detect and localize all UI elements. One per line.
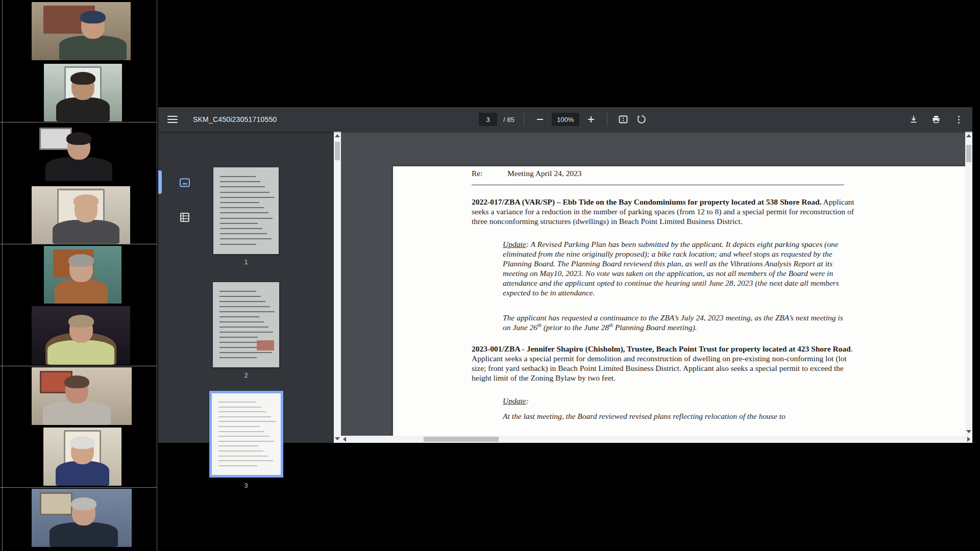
filmstrip-divider	[0, 122, 157, 122]
page-thumbnail-1[interactable]: 1	[158, 167, 334, 266]
document-title: SKM_C450i23051710550	[193, 115, 277, 123]
document-italic: The applicant has requested a continuanc…	[503, 313, 849, 332]
meeting-screen: SKM_C450i23051710550 / 85	[0, 0, 980, 551]
toolbar-separator	[524, 113, 524, 126]
download-icon	[909, 115, 918, 124]
person-silhouette	[71, 497, 96, 510]
participant-video-4[interactable]	[32, 186, 130, 244]
sidebar-scrollbar-thumb[interactable]	[335, 142, 340, 160]
participant-strip	[0, 0, 157, 551]
participant-video-9[interactable]	[32, 489, 132, 547]
toolbar-right	[907, 107, 965, 132]
person-silhouette	[47, 340, 114, 365]
person-silhouette	[43, 401, 111, 425]
thumbnail-sidebar: 123	[158, 132, 334, 443]
zoom-level-input[interactable]	[552, 113, 579, 126]
rotate-button[interactable]	[635, 113, 648, 126]
fit-page-button[interactable]	[617, 113, 630, 126]
thumbnail-page-number: 1	[158, 259, 334, 266]
document-entry: 2022-017/ZBA (VAR/SP) – Ebb Tide on the …	[472, 197, 863, 226]
person-silhouette	[74, 194, 99, 207]
document-update: Update:	[503, 396, 849, 406]
person-silhouette	[64, 375, 89, 388]
participant-video-6[interactable]	[32, 306, 130, 365]
zoom-in-button[interactable]	[584, 113, 598, 126]
participant-video-2[interactable]	[44, 64, 122, 121]
page-thumbnail-3[interactable]: 3	[158, 391, 334, 489]
document-re: Re:Meeting April 24, 2023	[472, 168, 863, 178]
filmstrip-divider	[0, 487, 157, 488]
page-total: / 85	[503, 116, 514, 123]
sidebar-scrollbar[interactable]	[334, 132, 341, 443]
participant-video-8[interactable]	[43, 428, 121, 486]
person-silhouette	[53, 220, 119, 244]
fit-page-icon	[618, 114, 628, 124]
frame-backdrop	[40, 492, 73, 515]
toolbar-separator	[607, 113, 607, 126]
person-silhouette	[68, 315, 94, 328]
person-silhouette	[45, 157, 112, 181]
minus-icon	[537, 119, 543, 120]
page-thumbnail-2[interactable]: 2	[158, 282, 334, 379]
document-italic: At the last meeting, the Board reviewed …	[503, 411, 849, 421]
person-silhouette	[68, 254, 93, 267]
document-update: Update: A Revised Parking Plan has been …	[503, 239, 849, 297]
participant-video-3[interactable]	[32, 124, 130, 181]
filmstrip-divider	[0, 244, 157, 244]
pdf-page: Re:Meeting April 24, 20232022-017/ZBA (V…	[393, 166, 965, 436]
pdf-toolbar: SKM_C450i23051710550 / 85	[158, 107, 972, 132]
horizontal-scrollbar-thumb[interactable]	[424, 437, 499, 442]
document-area: Re:Meeting April 24, 20232022-017/ZBA (V…	[341, 132, 965, 436]
filmstrip-divider	[0, 366, 157, 366]
thumbnail-page-number: 2	[158, 372, 334, 379]
pdf-viewer: SKM_C450i23051710550 / 85	[158, 107, 972, 443]
person-silhouette	[56, 461, 109, 486]
download-button[interactable]	[907, 113, 920, 126]
zoom-out-button[interactable]	[533, 113, 547, 126]
more-options-button[interactable]	[952, 113, 965, 126]
vertical-scrollbar-thumb[interactable]	[966, 145, 971, 162]
filmstrip-border-left	[2, 0, 3, 551]
page-number-input[interactable]	[479, 113, 497, 126]
person-silhouette	[55, 280, 107, 304]
document-rule	[472, 185, 844, 185]
document-entry: 2023-001/ZBA - Jennifer Shapiro (Chishol…	[472, 344, 863, 383]
stage-divider	[157, 0, 157, 551]
menu-icon[interactable]	[167, 116, 178, 123]
person-silhouette	[59, 36, 127, 60]
person-silhouette	[50, 522, 117, 547]
person-silhouette	[70, 436, 95, 449]
toolbar-center: / 85	[479, 107, 648, 132]
rotate-icon	[636, 114, 647, 124]
plus-icon	[588, 116, 594, 122]
participant-video-7[interactable]	[32, 367, 132, 425]
person-silhouette	[56, 97, 109, 121]
participant-video-1[interactable]	[32, 2, 131, 60]
person-silhouette	[80, 11, 106, 23]
person-silhouette	[70, 72, 95, 85]
horizontal-scrollbar[interactable]	[341, 436, 972, 443]
vertical-scrollbar[interactable]	[965, 132, 972, 436]
person-silhouette	[66, 132, 91, 145]
participant-video-5[interactable]	[44, 246, 121, 304]
thumbnail-page-number: 3	[158, 482, 334, 489]
print-icon	[932, 115, 941, 124]
page-content: Re:Meeting April 24, 20232022-017/ZBA (V…	[472, 168, 863, 421]
toolbar-left: SKM_C450i23051710550	[158, 107, 277, 132]
print-button[interactable]	[929, 113, 943, 126]
